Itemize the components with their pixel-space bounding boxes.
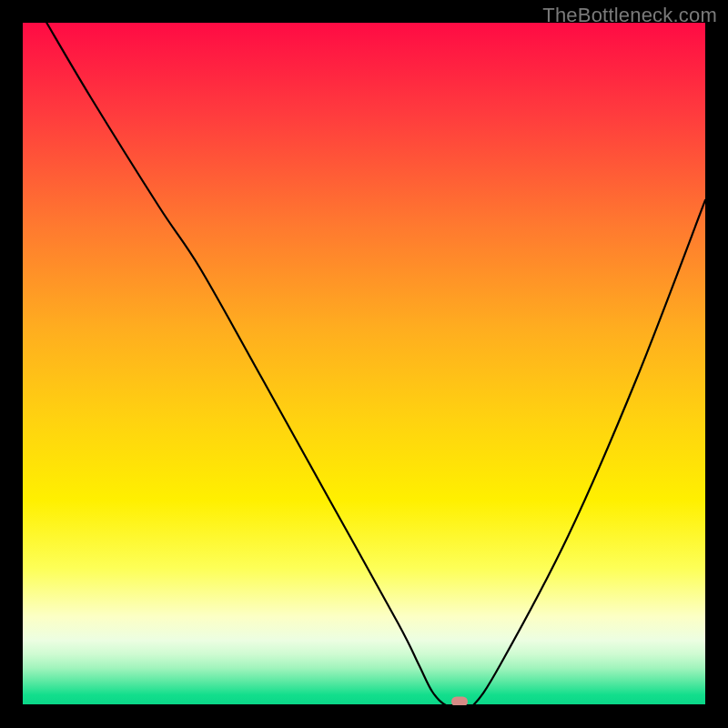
- curve-layer: [23, 23, 705, 705]
- chart-frame: TheBottleneck.com: [0, 0, 728, 728]
- plot-area: [23, 23, 705, 705]
- optimal-marker: [451, 697, 468, 705]
- bottleneck-curve: [46, 23, 705, 705]
